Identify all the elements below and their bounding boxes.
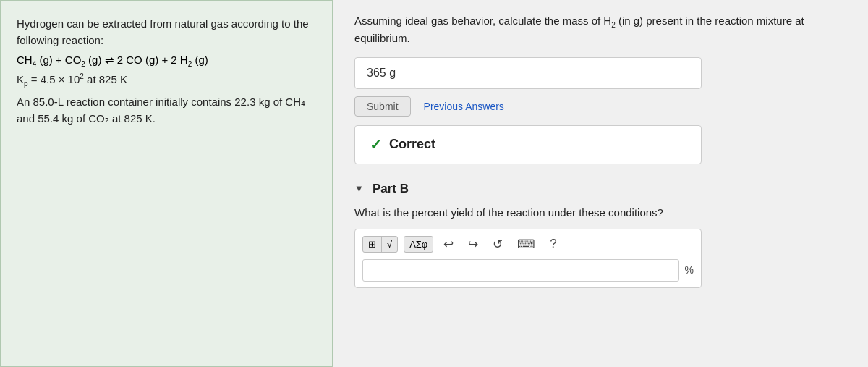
format-btn-group: ⊞ √ [362,236,398,253]
part-b-question: What is the percent yield of the reactio… [354,206,846,219]
collapse-icon[interactable]: ▼ [354,183,364,194]
keyboard-button[interactable]: ⌨ [513,235,540,253]
percent-label: % [685,264,694,276]
refresh-button[interactable]: ↺ [488,235,507,253]
redo-button[interactable]: ↪ [464,235,482,253]
reaction-equation: CH4 (g) + CO2 (g) ⇌ 2 CO (g) + 2 H2 (g) [17,54,316,68]
toolbar-row: ⊞ √ ΑΣφ ↩ ↪ ↺ ⌨ ? [362,235,694,253]
part-b-answer-input[interactable] [362,259,679,282]
right-panel: Assuming ideal gas behavior, calculate t… [333,0,868,367]
matrix-icon-btn[interactable]: ⊞ [363,237,382,252]
submit-button[interactable]: Submit [354,96,411,117]
part-b-row: ▼ Part B [354,182,846,196]
checkmark-icon: ✓ [370,136,382,153]
answer-input-row: % [362,259,694,282]
submit-row: Submit Previous Answers [354,96,702,117]
problem-panel: Hydrogen can be extracted from natural g… [0,0,333,367]
question-a-text: Assuming ideal gas behavior, calculate t… [354,13,846,47]
part-b-label: Part B [373,182,409,196]
correct-box: ✓ Correct [354,125,702,164]
help-button[interactable]: ? [545,235,561,253]
sqrt-icon-btn[interactable]: √ [382,237,397,252]
correct-label: Correct [389,137,435,152]
kp-value: Kp = 4.5 × 102 at 825 K [17,71,316,90]
math-symbols-button[interactable]: ΑΣφ [404,236,433,253]
answer-area: 365 g [354,57,702,89]
intro-text: Hydrogen can be extracted from natural g… [17,15,316,49]
part-b-input-area: ⊞ √ ΑΣφ ↩ ↪ ↺ ⌨ ? % [354,229,702,288]
undo-button[interactable]: ↩ [439,235,458,253]
answer-value: 365 g [367,67,396,79]
previous-answers-link[interactable]: Previous Answers [424,101,504,112]
conditions-text: An 85.0-L reaction container initially c… [17,93,316,127]
